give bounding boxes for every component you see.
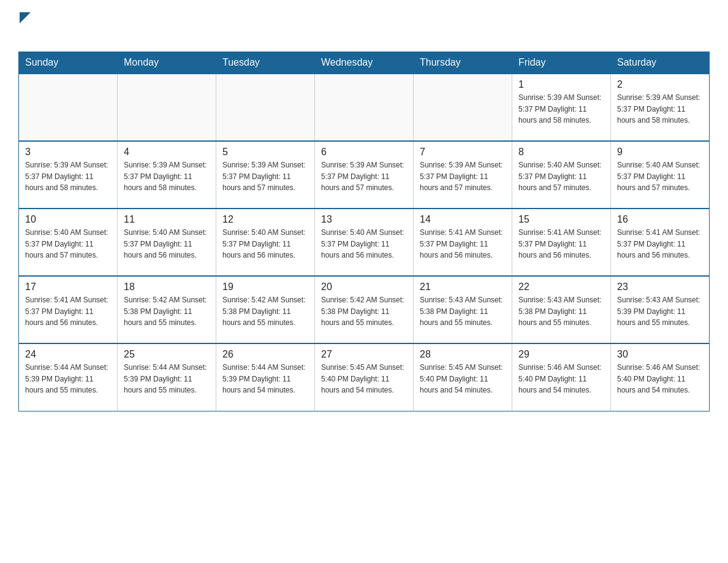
day-number: 12 [222, 214, 308, 225]
day-number: 13 [321, 214, 407, 225]
day-info: Sunrise: 5:39 AM Sunset: 5:37 PM Dayligh… [222, 159, 308, 194]
day-number: 27 [321, 349, 407, 360]
day-number: 23 [617, 282, 703, 293]
day-info: Sunrise: 5:44 AM Sunset: 5:39 PM Dayligh… [124, 362, 210, 396]
day-info: Sunrise: 5:40 AM Sunset: 5:37 PM Dayligh… [222, 227, 308, 261]
logo [18, 12, 31, 45]
day-info: Sunrise: 5:39 AM Sunset: 5:37 PM Dayligh… [617, 92, 703, 126]
page-header [18, 12, 710, 45]
day-number: 24 [25, 349, 111, 360]
calendar-cell: 30Sunrise: 5:46 AM Sunset: 5:40 PM Dayli… [611, 343, 710, 411]
day-number: 1 [518, 79, 604, 90]
calendar-cell [315, 74, 414, 141]
day-number: 28 [420, 349, 506, 360]
calendar-cell: 3Sunrise: 5:39 AM Sunset: 5:37 PM Daylig… [19, 141, 118, 209]
day-number: 7 [420, 147, 506, 158]
day-number: 9 [617, 147, 703, 158]
calendar-cell: 29Sunrise: 5:46 AM Sunset: 5:40 PM Dayli… [512, 343, 611, 411]
day-info: Sunrise: 5:44 AM Sunset: 5:39 PM Dayligh… [222, 362, 308, 396]
calendar-cell: 19Sunrise: 5:42 AM Sunset: 5:38 PM Dayli… [216, 276, 315, 343]
day-info: Sunrise: 5:45 AM Sunset: 5:40 PM Dayligh… [321, 362, 407, 396]
day-info: Sunrise: 5:42 AM Sunset: 5:38 PM Dayligh… [124, 294, 210, 329]
day-info: Sunrise: 5:41 AM Sunset: 5:37 PM Dayligh… [25, 294, 111, 329]
calendar-cell: 16Sunrise: 5:41 AM Sunset: 5:37 PM Dayli… [611, 209, 710, 276]
day-info: Sunrise: 5:40 AM Sunset: 5:37 PM Dayligh… [25, 227, 111, 261]
calendar-cell: 2Sunrise: 5:39 AM Sunset: 5:37 PM Daylig… [611, 74, 710, 141]
svg-marker-0 [20, 12, 31, 23]
calendar-cell [414, 74, 512, 141]
weekday-header-tuesday: Tuesday [216, 52, 315, 74]
weekday-header-saturday: Saturday [611, 52, 710, 74]
calendar-cell: 6Sunrise: 5:39 AM Sunset: 5:37 PM Daylig… [315, 141, 414, 209]
day-number: 16 [617, 214, 703, 225]
day-number: 18 [124, 282, 210, 293]
calendar-cell: 7Sunrise: 5:39 AM Sunset: 5:37 PM Daylig… [414, 141, 512, 209]
day-number: 5 [222, 147, 308, 158]
calendar-week-row: 10Sunrise: 5:40 AM Sunset: 5:37 PM Dayli… [19, 209, 710, 276]
calendar-cell: 13Sunrise: 5:40 AM Sunset: 5:37 PM Dayli… [315, 209, 414, 276]
day-number: 10 [25, 214, 111, 225]
day-info: Sunrise: 5:41 AM Sunset: 5:37 PM Dayligh… [518, 227, 604, 261]
day-number: 22 [518, 282, 604, 293]
calendar-cell: 15Sunrise: 5:41 AM Sunset: 5:37 PM Dayli… [512, 209, 611, 276]
weekday-header-thursday: Thursday [414, 52, 512, 74]
day-info: Sunrise: 5:39 AM Sunset: 5:37 PM Dayligh… [518, 92, 604, 126]
calendar-cell [216, 74, 315, 141]
day-number: 8 [518, 147, 604, 158]
day-number: 6 [321, 147, 407, 158]
day-number: 2 [617, 79, 703, 90]
calendar-cell [118, 74, 216, 141]
day-number: 26 [222, 349, 308, 360]
day-info: Sunrise: 5:46 AM Sunset: 5:40 PM Dayligh… [617, 362, 703, 396]
calendar-cell: 23Sunrise: 5:43 AM Sunset: 5:39 PM Dayli… [611, 276, 710, 343]
day-number: 29 [518, 349, 604, 360]
weekday-header-wednesday: Wednesday [315, 52, 414, 74]
calendar-week-row: 24Sunrise: 5:44 AM Sunset: 5:39 PM Dayli… [19, 343, 710, 411]
day-info: Sunrise: 5:41 AM Sunset: 5:37 PM Dayligh… [420, 227, 506, 261]
calendar-cell: 25Sunrise: 5:44 AM Sunset: 5:39 PM Dayli… [118, 343, 216, 411]
weekday-header-friday: Friday [512, 52, 611, 74]
calendar-cell: 26Sunrise: 5:44 AM Sunset: 5:39 PM Dayli… [216, 343, 315, 411]
day-number: 20 [321, 282, 407, 293]
day-info: Sunrise: 5:43 AM Sunset: 5:38 PM Dayligh… [420, 294, 506, 329]
day-number: 11 [124, 214, 210, 225]
day-info: Sunrise: 5:39 AM Sunset: 5:37 PM Dayligh… [321, 159, 407, 194]
calendar-cell: 18Sunrise: 5:42 AM Sunset: 5:38 PM Dayli… [118, 276, 216, 343]
calendar-cell: 17Sunrise: 5:41 AM Sunset: 5:37 PM Dayli… [19, 276, 118, 343]
calendar-cell: 12Sunrise: 5:40 AM Sunset: 5:37 PM Dayli… [216, 209, 315, 276]
weekday-header-monday: Monday [118, 52, 216, 74]
day-info: Sunrise: 5:41 AM Sunset: 5:37 PM Dayligh… [617, 227, 703, 261]
day-number: 17 [25, 282, 111, 293]
calendar-week-row: 17Sunrise: 5:41 AM Sunset: 5:37 PM Dayli… [19, 276, 710, 343]
day-info: Sunrise: 5:43 AM Sunset: 5:39 PM Dayligh… [617, 294, 703, 329]
calendar-cell: 21Sunrise: 5:43 AM Sunset: 5:38 PM Dayli… [414, 276, 512, 343]
calendar-cell: 14Sunrise: 5:41 AM Sunset: 5:37 PM Dayli… [414, 209, 512, 276]
day-info: Sunrise: 5:40 AM Sunset: 5:37 PM Dayligh… [321, 227, 407, 261]
day-info: Sunrise: 5:40 AM Sunset: 5:37 PM Dayligh… [518, 159, 604, 194]
day-number: 30 [617, 349, 703, 360]
day-number: 19 [222, 282, 308, 293]
day-info: Sunrise: 5:39 AM Sunset: 5:37 PM Dayligh… [420, 159, 506, 194]
day-info: Sunrise: 5:46 AM Sunset: 5:40 PM Dayligh… [518, 362, 604, 396]
calendar-cell: 27Sunrise: 5:45 AM Sunset: 5:40 PM Dayli… [315, 343, 414, 411]
calendar-cell: 20Sunrise: 5:42 AM Sunset: 5:38 PM Dayli… [315, 276, 414, 343]
day-number: 3 [25, 147, 111, 158]
calendar-cell: 10Sunrise: 5:40 AM Sunset: 5:37 PM Dayli… [19, 209, 118, 276]
day-info: Sunrise: 5:43 AM Sunset: 5:38 PM Dayligh… [518, 294, 604, 329]
day-number: 21 [420, 282, 506, 293]
day-number: 14 [420, 214, 506, 225]
calendar-cell: 28Sunrise: 5:45 AM Sunset: 5:40 PM Dayli… [414, 343, 512, 411]
day-info: Sunrise: 5:40 AM Sunset: 5:37 PM Dayligh… [124, 227, 210, 261]
calendar-cell: 24Sunrise: 5:44 AM Sunset: 5:39 PM Dayli… [19, 343, 118, 411]
calendar-week-row: 1Sunrise: 5:39 AM Sunset: 5:37 PM Daylig… [19, 74, 710, 141]
weekday-header-sunday: Sunday [19, 52, 118, 74]
calendar-cell: 9Sunrise: 5:40 AM Sunset: 5:37 PM Daylig… [611, 141, 710, 209]
day-info: Sunrise: 5:44 AM Sunset: 5:39 PM Dayligh… [25, 362, 111, 396]
calendar-week-row: 3Sunrise: 5:39 AM Sunset: 5:37 PM Daylig… [19, 141, 710, 209]
day-info: Sunrise: 5:42 AM Sunset: 5:38 PM Dayligh… [222, 294, 308, 329]
calendar-cell: 22Sunrise: 5:43 AM Sunset: 5:38 PM Dayli… [512, 276, 611, 343]
calendar-cell: 8Sunrise: 5:40 AM Sunset: 5:37 PM Daylig… [512, 141, 611, 209]
day-number: 4 [124, 147, 210, 158]
logo-arrow-icon [20, 12, 31, 26]
day-info: Sunrise: 5:40 AM Sunset: 5:37 PM Dayligh… [617, 159, 703, 194]
